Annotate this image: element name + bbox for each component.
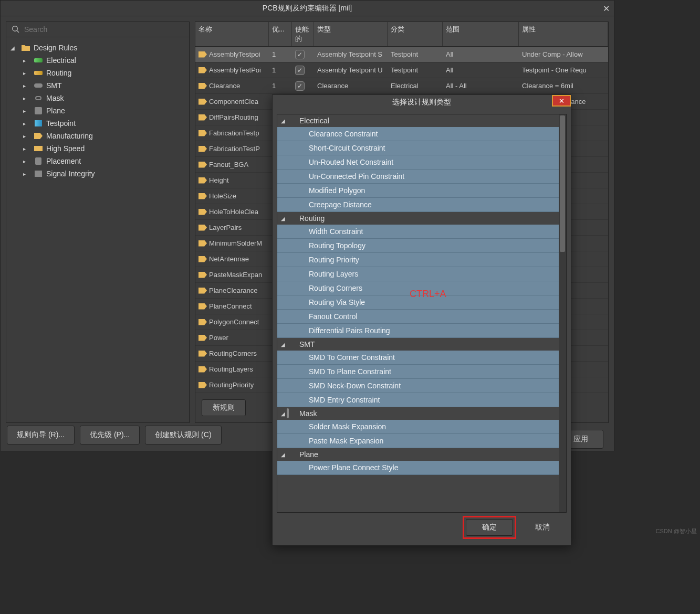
col-name[interactable]: 名称: [195, 22, 269, 46]
chevron-right-icon: ▸: [23, 158, 30, 164]
rule-type-item[interactable]: Differential Pairs Routing: [277, 324, 566, 338]
rule-type-item[interactable]: Un-Connected Pin Constraint: [277, 170, 566, 184]
col-attributes[interactable]: 属性: [519, 22, 608, 46]
rule-type-item[interactable]: SMD Entry Constraint: [277, 393, 566, 407]
rule-icon: [198, 83, 207, 89]
tree-item-placement[interactable]: ▸Placement: [22, 155, 186, 167]
rule-type-item[interactable]: Creepage Distance: [277, 198, 566, 212]
rule-category: Electrical: [388, 82, 443, 90]
rule-type-item[interactable]: Solder Mask Expansion: [277, 420, 566, 434]
ok-button[interactable]: 确定: [466, 519, 513, 536]
rule-name: AssemblyTestpoi: [209, 50, 260, 58]
rule-type-item[interactable]: Width Constraint: [277, 225, 566, 239]
category-icon: [33, 144, 44, 153]
tree-item-smt[interactable]: ▸SMT: [22, 79, 186, 92]
rule-icon: [198, 225, 207, 231]
rule-type-item[interactable]: SMD To Corner Constraint: [277, 351, 566, 365]
rule-type-item[interactable]: Short-Circuit Constraint: [277, 141, 566, 155]
category-icon: [33, 107, 44, 115]
rule-name: RoutingPriority: [209, 381, 254, 389]
tree-item-electrical[interactable]: ▸Electrical: [22, 54, 186, 67]
tree-item-high-speed[interactable]: ▸High Speed: [22, 142, 186, 155]
table-row[interactable]: AssemblyTestPoi1✓Assembly Testpoint UTes…: [195, 62, 608, 78]
dialog-group-routing[interactable]: ◢Routing: [277, 212, 566, 225]
col-scope[interactable]: 范围: [443, 22, 519, 46]
rule-name: HoleToHoleClea: [209, 208, 258, 216]
dialog-close-button[interactable]: ✕: [552, 95, 571, 107]
new-rule-button[interactable]: 新规则: [202, 399, 246, 416]
dialog-group-plane[interactable]: ◢Plane: [277, 448, 566, 461]
tree-item-label: Plane: [46, 107, 65, 115]
rule-icon: [198, 335, 207, 341]
rule-name: LayerPairs: [209, 224, 242, 231]
rule-attr: Clearance = 6mil: [519, 82, 608, 90]
cancel-button[interactable]: 取消: [524, 516, 561, 539]
rule-type-item[interactable]: Fanout Control: [277, 310, 566, 324]
tree-item-plane[interactable]: ▸Plane: [22, 104, 186, 117]
enabled-checkbox[interactable]: ✓: [295, 50, 305, 59]
rule-icon: [198, 272, 207, 278]
rule-type-item[interactable]: Clearance Constraint: [277, 127, 566, 141]
tree-item-label: Electrical: [46, 56, 76, 65]
scrollbar[interactable]: [559, 114, 566, 512]
tree-root[interactable]: ◢ Design Rules: [9, 41, 186, 54]
tree-item-label: Mask: [46, 94, 64, 102]
col-type[interactable]: 类型: [314, 22, 388, 46]
group-label: Plane: [299, 450, 318, 459]
titlebar: PCB规则及约束编辑器 [mil] ✕: [1, 1, 614, 16]
table-row[interactable]: AssemblyTestpoi1✓Assembly Testpoint STes…: [195, 47, 608, 62]
rule-type-item[interactable]: SMD To Plane Constraint: [277, 365, 566, 379]
scrollbar-thumb[interactable]: [560, 115, 565, 252]
category-icon: [287, 340, 297, 348]
col-category[interactable]: 分类: [388, 22, 443, 46]
rule-wizard-button[interactable]: 规则向导 (R)...: [7, 426, 75, 444]
rule-type-item[interactable]: SMD Neck-Down Constraint: [277, 379, 566, 393]
rule-type-item[interactable]: Un-Routed Net Constraint: [277, 155, 566, 170]
rule-attr: Under Comp - Allow: [519, 50, 608, 58]
ctrl-a-annotation: CTRL+A: [410, 289, 446, 300]
dialog-group-smt[interactable]: ◢SMT: [277, 338, 566, 351]
rule-icon: [198, 319, 207, 325]
tree-item-mask[interactable]: ▸Mask: [22, 92, 186, 104]
table-row[interactable]: Clearance1✓ClearanceElectricalAll - AllC…: [195, 78, 608, 94]
dialog-group-electrical[interactable]: ◢Electrical: [277, 114, 566, 127]
enabled-checkbox[interactable]: ✓: [295, 81, 305, 91]
rule-icon: [198, 193, 207, 199]
group-label: Electrical: [299, 117, 329, 125]
rule-type-item[interactable]: Power Plane Connect Style: [277, 461, 566, 475]
category-icon: [33, 81, 44, 90]
watermark: CSDN @智小星: [656, 527, 697, 535]
category-icon: [33, 94, 44, 102]
rule-type-item[interactable]: Routing Layers: [277, 267, 566, 281]
search-icon: [12, 25, 20, 34]
rule-type-item[interactable]: Routing Priority: [277, 253, 566, 267]
tree-item-signal-integrity[interactable]: ▸Signal Integrity: [22, 167, 186, 180]
tree-item-routing[interactable]: ▸Routing: [22, 67, 186, 79]
priority-button[interactable]: 优先级 (P)...: [80, 426, 140, 444]
rule-type-item[interactable]: Modified Polygon: [277, 184, 566, 198]
col-enabled[interactable]: 使能的: [292, 22, 314, 46]
enabled-checkbox[interactable]: ✓: [295, 66, 305, 75]
col-priority[interactable]: 优...: [269, 22, 292, 46]
folder-icon: [20, 44, 32, 52]
tree-item-manufacturing[interactable]: ▸Manufacturing: [22, 130, 186, 142]
rule-icon: [198, 99, 207, 105]
search-box[interactable]: [6, 22, 189, 37]
close-icon[interactable]: ✕: [603, 4, 610, 14]
group-label: Routing: [299, 214, 325, 223]
tree-item-label: High Speed: [46, 144, 85, 153]
create-defaults-button[interactable]: 创建默认规则 (C): [145, 426, 221, 444]
tree-item-label: Placement: [46, 157, 81, 165]
window-title: PCB规则及约束编辑器 [mil]: [263, 4, 352, 13]
dialog-title: 选择设计规则类型: [392, 98, 451, 107]
rule-icon: [198, 303, 207, 310]
rule-type-item[interactable]: Paste Mask Expansion: [277, 434, 566, 448]
tree-item-testpoint[interactable]: ▸Testpoint: [22, 117, 186, 130]
search-input[interactable]: [24, 25, 184, 34]
expand-icon: ◢: [279, 452, 287, 458]
expand-icon: ◢: [279, 118, 287, 124]
category-icon: [287, 409, 297, 418]
rule-name: PasteMaskExpan: [209, 271, 262, 279]
rule-type-item[interactable]: Routing Topology: [277, 239, 566, 253]
dialog-group-mask[interactable]: ◢Mask: [277, 407, 566, 420]
